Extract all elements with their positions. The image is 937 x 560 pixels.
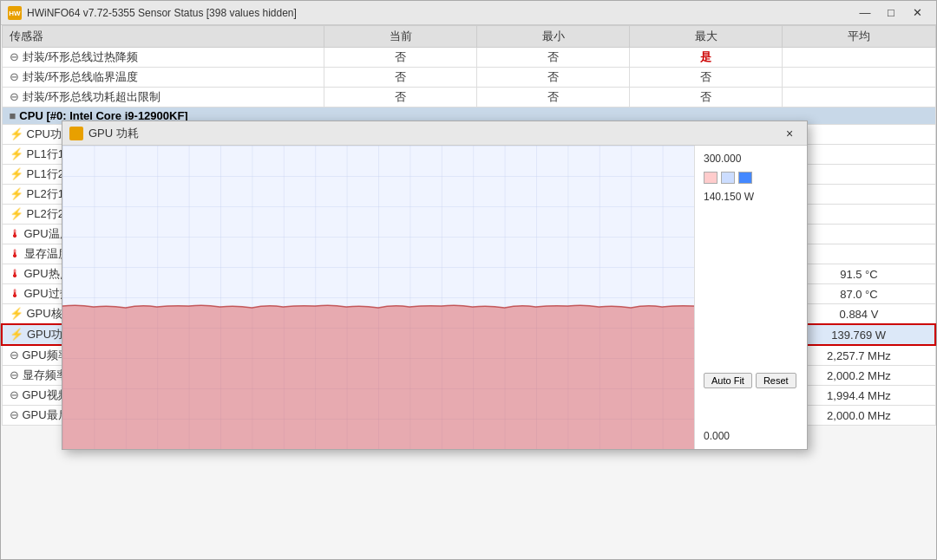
sensor-max-cell: 是 [630, 48, 783, 68]
section-collapse-icon[interactable]: ■ [10, 109, 16, 122]
legend-blue-light [721, 172, 735, 184]
sensor-min-cell: 否 [477, 88, 630, 107]
minus-icon: ⊖ [10, 70, 19, 83]
sensor-name-text: PL1行1 [27, 147, 64, 160]
minus-icon: ⊖ [10, 388, 19, 401]
sensor-name-cell: ⊖封装/环形总线临界温度 [2, 68, 324, 88]
sensor-name-text: PL2行2 [27, 207, 64, 220]
sensor-name-text: PL2行1 [27, 187, 64, 200]
sensor-name-text: PL1行2 [27, 167, 64, 180]
sensor-name-cell: ⊖封装/环形总线过热降频 [2, 48, 324, 68]
reset-button[interactable]: Reset [756, 373, 796, 388]
sensor-current-cell: 否 [324, 48, 477, 68]
legend-blue [738, 172, 752, 184]
content-area: 传感器 当前 最小 最大 平均 ⊖封装/环形总线过热降频否否是⊖封装/环形总线临… [1, 25, 936, 559]
app-icon: HW [8, 6, 22, 20]
fire-icon: ⚡ [10, 307, 23, 320]
chart-right-panel: 300.000 140.150 W Auto Fit Reset 0.000 [694, 146, 807, 449]
popup-close-button[interactable]: × [779, 125, 800, 142]
svg-rect-2 [71, 128, 82, 139]
sensor-avg-cell [783, 88, 935, 107]
fire-icon: ⚡ [10, 187, 23, 200]
sensor-name-cell: ⊖封装/环形总线功耗超出限制 [2, 88, 324, 107]
col-header-max: 最大 [630, 26, 783, 48]
sensor-max-cell: 否 [630, 68, 783, 88]
title-bar-left: HW HWiNFO64 v7.72-5355 Sensor Status [39… [8, 6, 297, 20]
minus-icon: ⊖ [10, 90, 19, 103]
legend-pink [704, 172, 717, 184]
chart-area [62, 146, 694, 449]
fire-icon: ⚡ [10, 207, 23, 220]
fire-icon: ⚡ [10, 167, 23, 180]
popup-title-bar: GPU 功耗 × [62, 121, 807, 146]
chart-min-value: 0.000 [704, 430, 798, 442]
chart-max-value: 300.000 [704, 153, 798, 165]
fire-icon: ⚡ [10, 147, 23, 160]
window-title: HWiNFO64 v7.72-5355 Sensor Status [398 v… [27, 7, 297, 19]
close-button[interactable]: ✕ [905, 4, 929, 22]
chart-legend [704, 172, 798, 184]
popup-app-icon [69, 127, 83, 140]
col-header-current: 当前 [324, 26, 477, 48]
table-row[interactable]: ⊖封装/环形总线过热降频否否是 [2, 48, 935, 68]
popup-title: GPU 功耗 [88, 126, 139, 141]
sensor-name-text: 封装/环形总线功耗超出限制 [23, 90, 161, 103]
sensor-max-cell: 否 [630, 88, 783, 107]
minus-icon: ⊖ [10, 408, 19, 421]
max-red-value: 是 [700, 50, 711, 63]
chart-buttons: Auto Fit Reset [704, 373, 798, 388]
minus-icon: ⊖ [10, 348, 19, 361]
thermo-icon: 🌡 [10, 267, 21, 280]
svg-text:HW: HW [9, 10, 21, 17]
gpu-power-popup: GPU 功耗 × [62, 120, 808, 450]
col-header-avg: 平均 [783, 26, 935, 48]
col-header-min: 最小 [477, 26, 630, 48]
minus-icon: ⊖ [10, 368, 19, 381]
popup-title-left: GPU 功耗 [69, 126, 139, 141]
col-header-sensor: 传感器 [2, 26, 324, 48]
sensor-avg-cell [783, 48, 935, 68]
minus-icon: ⊖ [10, 50, 19, 63]
fire-icon: ⚡ [10, 328, 23, 341]
sensor-current-cell: 否 [324, 68, 477, 88]
sensor-avg-cell [783, 68, 935, 88]
main-window: HW HWiNFO64 v7.72-5355 Sensor Status [39… [0, 0, 937, 560]
window-controls: — □ ✕ [853, 4, 929, 22]
thermo-icon: 🌡 [10, 287, 21, 300]
popup-body: 300.000 140.150 W Auto Fit Reset 0.000 [62, 146, 807, 449]
minimize-button[interactable]: — [853, 4, 877, 22]
thermo-icon: 🌡 [10, 227, 21, 240]
thermo-icon: 🌡 [10, 247, 21, 260]
sensor-min-cell: 否 [477, 68, 630, 88]
auto-fit-button[interactable]: Auto Fit [704, 373, 752, 388]
table-row[interactable]: ⊖封装/环形总线临界温度否否否 [2, 68, 935, 88]
chart-current-value: 140.150 W [704, 191, 798, 203]
sensor-current-cell: 否 [324, 88, 477, 107]
sensor-name-text: 封装/环形总线临界温度 [23, 70, 139, 83]
sensor-min-cell: 否 [477, 48, 630, 68]
title-bar: HW HWiNFO64 v7.72-5355 Sensor Status [39… [1, 1, 936, 25]
maximize-button[interactable]: □ [879, 4, 903, 22]
fire-icon: ⚡ [10, 127, 23, 140]
chart-svg [62, 146, 694, 449]
sensor-name-text: 封装/环形总线过热降频 [23, 50, 139, 63]
table-row[interactable]: ⊖封装/环形总线功耗超出限制否否否 [2, 88, 935, 107]
sensor-name-text: 显存频率 [23, 368, 68, 381]
